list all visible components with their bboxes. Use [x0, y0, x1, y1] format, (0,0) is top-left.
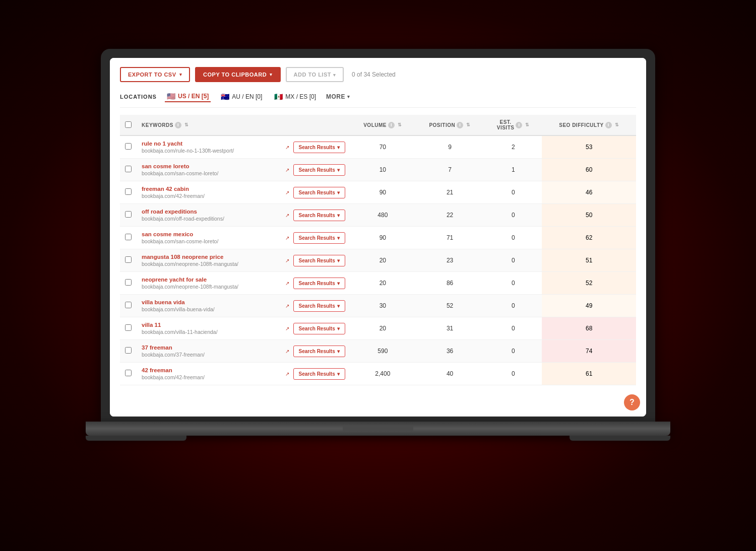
us-tab-label: US / EN [5]	[178, 93, 209, 100]
est-visits-sort-icon[interactable]: ⇅	[525, 122, 530, 127]
search-results-button[interactable]: Search Results ▾	[293, 232, 345, 244]
keywords-sort-icon[interactable]: ⇅	[184, 122, 189, 127]
external-link-icon[interactable]: ↗	[285, 235, 289, 241]
row-checkbox-cell[interactable]	[120, 135, 137, 159]
row-checkbox[interactable]	[125, 166, 132, 172]
row-checkbox[interactable]	[125, 279, 132, 286]
search-results-button[interactable]: Search Results ▾	[293, 300, 345, 312]
more-button[interactable]: MORE ▾	[326, 93, 350, 100]
keyword-link[interactable]: villa 11	[142, 322, 275, 328]
volume-header: VOLUME i ⇅	[350, 115, 415, 135]
position-info-icon[interactable]: i	[457, 122, 463, 128]
row-checkbox-cell[interactable]	[120, 159, 137, 181]
keyword-link[interactable]: san cosme mexico	[142, 231, 275, 237]
external-link-icon[interactable]: ↗	[285, 213, 289, 218]
row-checkbox[interactable]	[125, 143, 132, 150]
location-tab-us[interactable]: 🇺🇸 US / EN [5]	[165, 91, 211, 102]
location-tab-mx[interactable]: 🇲🇽 MX / ES [0]	[272, 92, 318, 102]
est-visits-cell: 0	[484, 317, 542, 340]
volume-sort-icon[interactable]: ⇅	[398, 122, 402, 127]
row-checkbox[interactable]	[125, 211, 132, 218]
search-results-button[interactable]: Search Results ▾	[293, 164, 345, 176]
keyword-cell: san cosme mexico bookbaja.com/san-cosme-…	[137, 227, 280, 249]
seo-difficulty-header: SEO DIFFICULTY i ⇅	[542, 115, 636, 135]
row-checkbox-cell[interactable]	[120, 317, 137, 340]
keyword-link[interactable]: san cosme loreto	[142, 163, 275, 169]
table-row: neoprene yacht for sale bookbaja.com/neo…	[120, 272, 636, 295]
keyword-link[interactable]: mangusta 108 neoprene price	[142, 254, 275, 260]
laptop-foot-left	[86, 436, 186, 441]
row-checkbox-cell[interactable]	[120, 227, 137, 249]
external-link-icon[interactable]: ↗	[285, 167, 289, 173]
select-all-header[interactable]	[120, 115, 137, 135]
laptop-base	[86, 422, 670, 436]
row-checkbox[interactable]	[125, 347, 132, 354]
search-results-button[interactable]: Search Results ▾	[293, 210, 345, 221]
row-checkbox[interactable]	[125, 188, 132, 195]
row-checkbox-cell[interactable]	[120, 295, 137, 317]
volume-cell: 480	[350, 204, 415, 227]
row-checkbox[interactable]	[125, 324, 132, 331]
search-results-button[interactable]: Search Results ▾	[293, 142, 345, 153]
row-checkbox[interactable]	[125, 234, 132, 240]
help-button[interactable]: ?	[624, 394, 640, 410]
keyword-link[interactable]: villa buena vida	[142, 299, 275, 305]
seo-difficulty-info-icon[interactable]: i	[605, 122, 612, 128]
row-checkbox[interactable]	[125, 370, 132, 376]
external-link-icon[interactable]: ↗	[285, 258, 289, 263]
keyword-link[interactable]: freeman 42 cabin	[142, 186, 275, 192]
position-sort-icon[interactable]: ⇅	[466, 122, 471, 127]
keyword-link[interactable]: rule no 1 yacht	[142, 141, 275, 147]
row-checkbox[interactable]	[125, 256, 132, 263]
row-checkbox-cell[interactable]	[120, 363, 137, 385]
est-visits-info-icon[interactable]: i	[516, 122, 522, 128]
copy-clipboard-button[interactable]: COPY TO CLIPBOARD ▾	[195, 67, 281, 82]
search-results-button[interactable]: Search Results ▾	[293, 278, 345, 289]
location-tab-au[interactable]: 🇦🇺 AU / EN [0]	[219, 92, 264, 102]
row-checkbox-cell[interactable]	[120, 272, 137, 295]
export-csv-button[interactable]: EXPORT TO CSV ▾	[120, 67, 190, 82]
keywords-info-icon[interactable]: i	[175, 122, 181, 128]
keyword-link[interactable]: neoprene yacht for sale	[142, 277, 275, 283]
est-visits-cell: 0	[484, 340, 542, 363]
more-chevron-icon: ▾	[347, 94, 350, 99]
add-to-list-button[interactable]: ADD TO LIST ▾	[286, 67, 344, 82]
external-link-icon[interactable]: ↗	[285, 281, 289, 286]
row-checkbox-cell[interactable]	[120, 340, 137, 363]
seo-difficulty-sort-icon[interactable]: ⇅	[615, 122, 619, 127]
keyword-url: bookbaja.com/42-freeman/	[142, 193, 275, 199]
search-results-button[interactable]: Search Results ▾	[293, 346, 345, 357]
row-checkbox-cell[interactable]	[120, 181, 137, 204]
seo-difficulty-header-label: SEO DIFFICULTY	[559, 122, 603, 128]
search-results-button[interactable]: Search Results ▾	[293, 187, 345, 198]
serp-cell: ↗ Search Results ▾	[280, 363, 350, 385]
external-link-icon[interactable]: ↗	[285, 190, 289, 195]
external-link-icon[interactable]: ↗	[285, 371, 289, 377]
external-link-icon[interactable]: ↗	[285, 145, 289, 150]
table-row: off road expeditions bookbaja.com/off-ro…	[120, 204, 636, 227]
external-link-icon[interactable]: ↗	[285, 326, 289, 331]
search-results-chevron-icon: ▾	[337, 167, 340, 173]
serp-cell: ↗ Search Results ▾	[280, 159, 350, 181]
serp-cell: ↗ Search Results ▾	[280, 317, 350, 340]
keyword-link[interactable]: off road expeditions	[142, 209, 275, 215]
select-all-checkbox[interactable]	[125, 121, 132, 128]
search-results-chevron-icon: ▾	[337, 371, 340, 377]
position-cell: 31	[415, 317, 484, 340]
row-checkbox-cell[interactable]	[120, 204, 137, 227]
row-checkbox-cell[interactable]	[120, 249, 137, 272]
external-link-icon[interactable]: ↗	[285, 349, 289, 354]
keyword-link[interactable]: 42 freeman	[142, 367, 275, 373]
external-link-icon[interactable]: ↗	[285, 303, 289, 309]
search-results-button[interactable]: Search Results ▾	[293, 255, 345, 266]
serp-cell: ↗ Search Results ▾	[280, 340, 350, 363]
keyword-link[interactable]: 37 freeman	[142, 345, 275, 351]
search-results-button[interactable]: Search Results ▾	[293, 323, 345, 334]
keyword-url: bookbaja.com/rule-no-1-130ft-westport/	[142, 148, 275, 154]
screen-content: EXPORT TO CSV ▾ COPY TO CLIPBOARD ▾ ADD …	[110, 58, 646, 417]
serp-cell: ↗ Search Results ▾	[280, 227, 350, 249]
volume-info-icon[interactable]: i	[388, 122, 395, 128]
row-checkbox[interactable]	[125, 302, 132, 308]
est-visits-cell: 1	[484, 159, 542, 181]
search-results-button[interactable]: Search Results ▾	[293, 368, 345, 380]
